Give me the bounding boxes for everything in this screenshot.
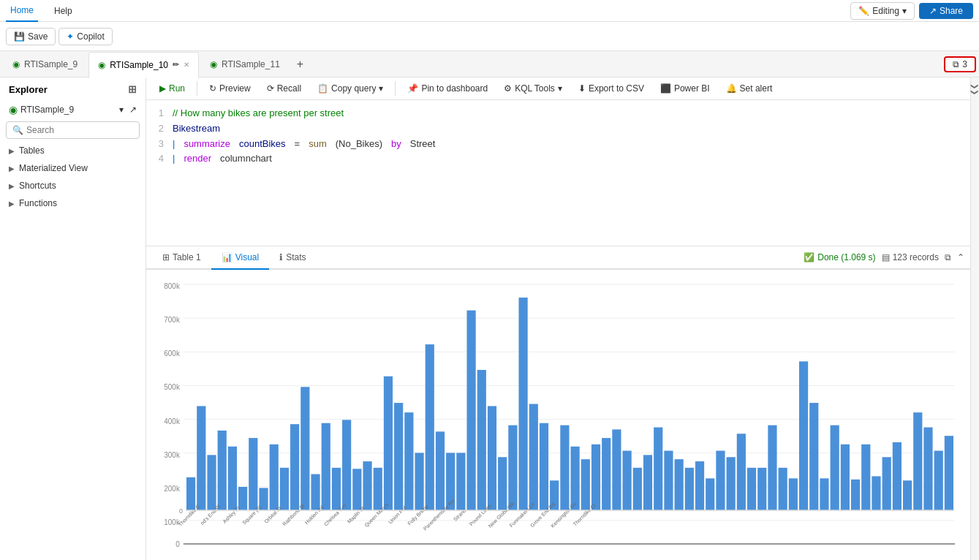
status-records: ▤ 123 records — [882, 252, 939, 262]
sidebar-item-functions[interactable]: ▶ Functions — [0, 194, 145, 212]
content-area: ▶ Run ↻ Preview ⟳ Recall 📋 Copy query ▾ … — [146, 77, 970, 560]
kql-dropdown-arrow: ▾ — [558, 83, 562, 94]
db-icon-2: ◉ — [210, 59, 217, 69]
results-tab-bar: ⊞ Table 1 📊 Visual ℹ Stats ✅ Done (1.069… — [146, 246, 970, 270]
preview-icon: ↻ — [209, 83, 216, 94]
code-line-4: 4 | render columnchart — [152, 151, 964, 167]
main-layout: Explorer ⊞ ◉ RTISample_9 ▾ ↗ 🔍 ▶ Tables … — [0, 77, 979, 560]
nav-home[interactable]: Home — [6, 0, 38, 22]
db-icon: ◉ — [12, 59, 20, 69]
visual-icon: 📊 — [222, 252, 233, 262]
sidebar-header: Explorer ⊞ — [0, 77, 145, 101]
tab-bar: ◉ RTISample_9 ◉ RTISample_10 ✏ ✕ ◉ RTISa… — [0, 51, 979, 77]
recall-icon: ⟳ — [267, 83, 274, 94]
sidebar-item-shortcuts[interactable]: ▶ Shortcuts — [0, 177, 145, 194]
top-nav: Home Help ✏️ Editing ▾ ↗ Share — [0, 0, 979, 22]
collapse-results-icon[interactable]: ⌃ — [957, 252, 964, 262]
tab-close-button[interactable]: ✕ — [184, 61, 189, 69]
search-input[interactable] — [26, 125, 133, 135]
save-icon: 💾 — [14, 31, 25, 42]
share-icon: ↗ — [929, 6, 937, 16]
sidebar-collapse-icon[interactable]: ⊞ — [128, 83, 137, 95]
results-status: ✅ Done (1.069 s) ▤ 123 records ⧉ ⌃ — [804, 252, 964, 262]
copy-results-icon[interactable]: ⧉ — [945, 252, 951, 262]
copy-query-button[interactable]: 📋 Copy query ▾ — [310, 80, 390, 97]
chevron-right-icon: ▶ — [9, 147, 15, 155]
chevron-right-icon-3: ▶ — [9, 182, 15, 190]
kql-icon: ⚙ — [504, 83, 512, 94]
code-line-2: 2 Bikestream — [152, 121, 964, 137]
divider-1 — [197, 81, 197, 96]
chevron-right-icon-4: ▶ — [9, 200, 15, 208]
pin-icon: 📌 — [407, 83, 418, 94]
results-area: ⊞ Table 1 📊 Visual ℹ Stats ✅ Done (1.069… — [146, 246, 970, 560]
tab-visual[interactable]: 📊 Visual — [211, 246, 269, 270]
recall-button[interactable]: ⟳ Recall — [260, 80, 309, 97]
kql-tools-button[interactable]: ⚙ KQL Tools ▾ — [496, 80, 570, 97]
tab-rtisample9[interactable]: ◉ RTISample_9 — [3, 51, 87, 77]
sidebar-db-dropdown[interactable]: ◉ RTISample_9 ▾ ↗ — [0, 101, 145, 118]
run-icon: ▶ — [159, 83, 166, 94]
bar-chart-canvas — [158, 276, 961, 554]
pin-button[interactable]: 📌 Pin to dashboard — [400, 80, 495, 97]
db-icon-sidebar: ◉ — [9, 104, 18, 116]
add-tab-button[interactable]: + — [291, 55, 309, 74]
pencil-icon: ✏️ — [858, 6, 869, 16]
code-line-1: 1 // How many bikes are present per stre… — [152, 106, 964, 121]
collapse-sidebar-btn[interactable]: ❯❯ — [969, 77, 979, 101]
tab-table1[interactable]: ⊞ Table 1 — [152, 246, 211, 270]
sidebar-item-materialized-view[interactable]: ▶ Materialized View — [0, 159, 145, 177]
status-done: ✅ Done (1.069 s) — [804, 252, 875, 262]
db-icon-active: ◉ — [98, 60, 105, 70]
records-icon: ▤ — [882, 252, 890, 262]
editing-button[interactable]: ✏️ Editing ▾ — [850, 2, 915, 20]
copilot-icon: ✦ — [67, 31, 74, 42]
sidebar-item-tables[interactable]: ▶ Tables — [0, 142, 145, 159]
set-alert-button[interactable]: 🔔 Set alert — [719, 80, 780, 97]
powerbi-icon: ⬛ — [660, 83, 671, 94]
tab-stats[interactable]: ℹ Stats — [269, 246, 316, 270]
toolbar: 💾 Save ✦ Copilot — [0, 22, 979, 51]
tab-badge[interactable]: ⧉ 3 — [944, 56, 976, 72]
powerbi-button[interactable]: ⬛ Power BI — [653, 80, 717, 97]
export-icon: ⬇ — [578, 83, 586, 94]
save-button[interactable]: 💾 Save — [6, 28, 56, 45]
export-csv-button[interactable]: ⬇ Export to CSV — [571, 80, 651, 97]
share-button[interactable]: ↗ Share — [919, 3, 973, 19]
search-icon: 🔍 — [12, 125, 23, 135]
search-container[interactable]: 🔍 — [6, 121, 140, 139]
done-icon: ✅ — [804, 252, 814, 262]
table-icon: ⊞ — [162, 252, 170, 262]
stats-icon: ℹ — [279, 252, 283, 262]
tab-rtisample11[interactable]: ◉ RTISample_11 — [200, 51, 290, 77]
preview-button[interactable]: ↻ Preview — [202, 80, 258, 97]
copy-icon-2: 📋 — [317, 83, 328, 94]
query-toolbar: ▶ Run ↻ Preview ⟳ Recall 📋 Copy query ▾ … — [146, 77, 970, 100]
run-button[interactable]: ▶ Run — [152, 80, 192, 97]
external-link-icon[interactable]: ↗ — [129, 105, 137, 115]
code-editor[interactable]: 1 // How many bikes are present per stre… — [146, 100, 970, 246]
dropdown-arrow: ▾ — [379, 83, 383, 94]
nav-help[interactable]: Help — [50, 0, 77, 22]
explorer-title: Explorer — [9, 84, 48, 95]
sidebar: Explorer ⊞ ◉ RTISample_9 ▾ ↗ 🔍 ▶ Tables … — [0, 77, 146, 560]
copilot-button[interactable]: ✦ Copilot — [58, 28, 112, 45]
alert-icon: 🔔 — [726, 83, 737, 94]
code-line-3: 3 | summarize countBikes=sum(No_Bikes) b… — [152, 137, 964, 152]
edit-icon[interactable]: ✏ — [173, 60, 179, 69]
chevron-down-icon: ▾ — [902, 6, 907, 16]
divider-2 — [395, 81, 396, 96]
chart-area: 800k 700k 600k 500k 400k 300k 200k 100k … — [146, 270, 970, 560]
chevron-right-icon-2: ▶ — [9, 164, 15, 173]
chevron-down-icon-sidebar: ▾ — [119, 105, 124, 115]
right-panel: ❯❯ — [970, 77, 979, 560]
copy-icon: ⧉ — [953, 59, 959, 69]
tab-rtisample10[interactable]: ◉ RTISample_10 ✏ ✕ — [88, 52, 199, 78]
